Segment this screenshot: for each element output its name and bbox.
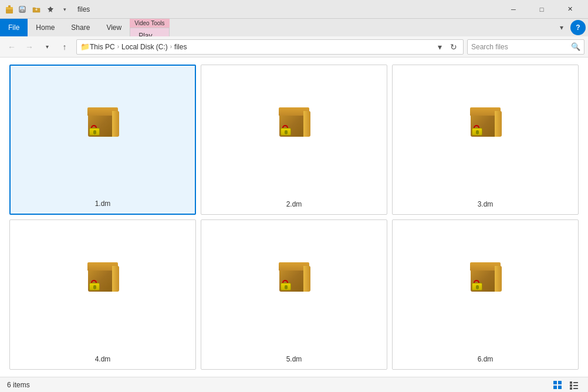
address-bar[interactable]: 📁 This PC › Local Disk (C:) › files ▾ ↻: [76, 39, 464, 55]
svg-rect-5: [21, 10, 24, 12]
svg-rect-13: [570, 384, 572, 387]
address-folder-icon: 📁: [80, 42, 90, 51]
qat-save[interactable]: [16, 4, 28, 15]
lock-icon: [471, 125, 483, 136]
tab-share[interactable]: Share: [63, 19, 98, 36]
file-name: 4.dm: [95, 355, 111, 363]
back-button[interactable]: ←: [4, 39, 20, 55]
window-title: files: [77, 5, 90, 13]
help-button[interactable]: ?: [570, 20, 586, 35]
qat-dropdown[interactable]: ▾: [59, 4, 70, 15]
lock-body: [89, 283, 100, 290]
file-tile[interactable]: 5.dm: [201, 219, 387, 370]
item-count: 6 items: [7, 381, 30, 389]
view-controls: [550, 379, 581, 391]
lock-icon: [280, 125, 292, 136]
lock-keyhole: [285, 130, 288, 134]
lock-keyhole: [93, 285, 96, 289]
lock-keyhole: [476, 130, 479, 134]
lock-icon: [280, 280, 292, 290]
box-side: [495, 111, 502, 137]
forward-button[interactable]: →: [21, 39, 38, 55]
file-icon: [79, 254, 126, 300]
breadcrumb-thispc: This PC: [90, 43, 115, 51]
grid-view-btn[interactable]: [550, 379, 565, 391]
ribbon-collapse-btn[interactable]: ▾: [553, 19, 570, 36]
qat-newfolder[interactable]: +: [31, 4, 42, 15]
file-tile[interactable]: 3.dm: [392, 65, 579, 215]
lock-keyhole: [285, 285, 288, 289]
sep2: ›: [170, 43, 172, 50]
svg-rect-7: [553, 381, 557, 384]
dm-file-icon: [469, 107, 502, 137]
breadcrumb-localdisk: Local Disk (C:): [121, 43, 168, 51]
svg-rect-15: [570, 387, 572, 390]
lock-keyhole: [93, 130, 96, 134]
search-icon: 🔍: [571, 42, 580, 51]
box-side: [495, 266, 502, 292]
tab-file[interactable]: File: [0, 19, 28, 36]
tab-home[interactable]: Home: [28, 19, 63, 36]
address-dropdown-btn[interactable]: ▾: [434, 41, 445, 53]
svg-rect-10: [558, 386, 562, 389]
svg-text:+: +: [35, 8, 38, 12]
file-icon: [462, 99, 509, 146]
ribbon-tabs: File Home Share View Video Tools Play ▾ …: [0, 19, 588, 36]
lock-body: [89, 128, 100, 136]
lock-icon: [89, 125, 100, 136]
dm-file-icon: [278, 107, 310, 137]
lock-body: [472, 283, 482, 290]
qat-pin[interactable]: [45, 4, 56, 15]
box-side: [112, 266, 119, 292]
svg-rect-4: [21, 6, 23, 9]
video-tools-label: Video Tools: [130, 19, 169, 28]
file-name: 2.dm: [286, 200, 302, 208]
box-side: [112, 111, 119, 137]
lock-body: [281, 128, 291, 136]
file-icon: [79, 99, 126, 146]
breadcrumb: This PC › Local Disk (C:) › files: [90, 43, 187, 51]
box-side: [303, 111, 310, 137]
lock-body: [281, 283, 291, 290]
title-bar-left: + ▾ files: [5, 4, 90, 15]
dm-file-icon: [469, 262, 502, 292]
file-tile[interactable]: 2.dm: [201, 65, 387, 215]
svg-rect-9: [553, 386, 557, 389]
sep1: ›: [117, 43, 119, 50]
file-tile[interactable]: 1.dm: [9, 65, 196, 215]
svg-rect-2: [8, 5, 11, 8]
file-name: 6.dm: [478, 355, 494, 363]
title-bar: + ▾ files ─ □ ✕: [0, 0, 588, 19]
svg-rect-8: [558, 381, 562, 384]
lock-icon: [471, 280, 483, 290]
search-box[interactable]: Search files 🔍: [467, 39, 584, 55]
minimize-button[interactable]: ─: [500, 0, 527, 19]
file-name: 1.dm: [95, 200, 111, 208]
dm-file-icon: [86, 262, 119, 292]
svg-rect-12: [573, 382, 578, 383]
refresh-button[interactable]: ↻: [448, 41, 459, 53]
list-view-btn[interactable]: [567, 379, 581, 391]
svg-rect-16: [573, 388, 578, 389]
file-tile[interactable]: 6.dm: [392, 219, 579, 370]
recent-locations-button[interactable]: ▾: [39, 39, 55, 55]
file-tile[interactable]: 4.dm: [9, 219, 196, 370]
search-text: Search files: [471, 43, 508, 51]
lock-body: [472, 128, 482, 136]
window-controls: ─ □ ✕: [500, 0, 583, 19]
breadcrumb-files: files: [174, 43, 187, 51]
svg-rect-11: [570, 381, 572, 384]
file-icon: [271, 99, 317, 146]
lock-keyhole: [476, 285, 479, 289]
main-content: 1.dm 2.dm: [0, 58, 588, 377]
dm-file-icon: [86, 107, 119, 137]
maximize-button[interactable]: □: [528, 0, 555, 19]
file-icon: [462, 254, 509, 300]
lock-icon: [89, 280, 100, 290]
navigation-bar: ← → ▾ ↑ 📁 This PC › Local Disk (C:) › fi…: [0, 36, 588, 58]
close-button[interactable]: ✕: [556, 0, 583, 19]
up-button[interactable]: ↑: [56, 39, 73, 55]
file-name: 3.dm: [478, 200, 494, 208]
tab-view[interactable]: View: [98, 19, 130, 36]
app-icon: [5, 5, 14, 14]
